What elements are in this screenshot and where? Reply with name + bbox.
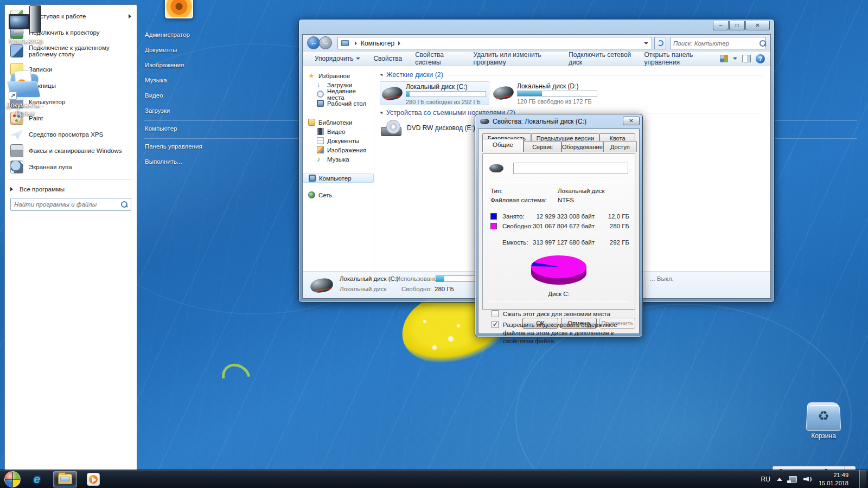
close-button[interactable]: ✕ — [745, 21, 770, 30]
system-properties-button[interactable]: Свойства системы — [409, 49, 467, 68]
desktop-icon-documents[interactable]: ↗ Документы - Ярлык — [0, 69, 50, 118]
startmenu-right-label: Выполнить... — [145, 158, 182, 165]
drive-d-tile[interactable]: Локальный диск (D:) 120 ГБ свободно из 1… — [492, 81, 601, 105]
tab-row-front: Общие Сервис Оборудование Доступ — [482, 141, 635, 152]
forward-icon[interactable]: → — [319, 36, 332, 49]
address-bar[interactable]: Компьютер — [337, 37, 652, 49]
sidebar-item-documents[interactable]: Документы — [303, 136, 374, 145]
open-control-panel-button[interactable]: Открыть панель управления — [637, 49, 720, 68]
startmenu-item-xps-viewer[interactable]: Средство просмотра XPS — [7, 126, 135, 143]
pc-tower — [29, 5, 41, 33]
volume-label-input[interactable] — [513, 163, 628, 174]
collapse-arrow-icon[interactable] — [380, 74, 382, 76]
show-desktop-button[interactable] — [859, 470, 866, 488]
sidebar-label: Сеть — [318, 192, 333, 198]
tray-up-arrow-icon[interactable] — [777, 478, 782, 481]
taskbar-explorer-button[interactable] — [53, 471, 77, 487]
status-drive-name: Локальный диск (C:) — [340, 275, 399, 282]
capacity-bar-fill — [518, 91, 542, 96]
uninstall-program-button[interactable]: Удалить или изменить программу — [467, 49, 562, 68]
start-button[interactable] — [4, 471, 21, 487]
sidebar-item-music[interactable]: ♪Музыка — [303, 155, 374, 164]
download-arrow-icon: ↓ — [317, 81, 324, 88]
free-label: Свободно: — [502, 223, 533, 229]
sidebar-gap — [303, 108, 374, 118]
minimize-button[interactable]: – — [713, 21, 729, 30]
free-size: 280 ГБ — [600, 223, 629, 229]
maximize-button[interactable]: □ — [729, 21, 745, 30]
sidebar-item-favorites[interactable]: ★Избранное — [303, 71, 374, 80]
startmenu-right-label: Видео — [145, 92, 163, 99]
documents-icon — [317, 137, 324, 144]
index-checkbox-row[interactable]: Разрешить индексировать содержимое файло… — [492, 321, 629, 345]
hdd-icon — [492, 85, 514, 101]
group-header-hdd[interactable]: Жесткие диски (2) — [380, 71, 763, 79]
back-icon[interactable]: ← — [307, 36, 320, 49]
recent-places-icon — [317, 91, 324, 98]
sidebar-item-pictures[interactable]: Изображения — [303, 145, 374, 155]
recycle-bin-icon: ♻ — [806, 402, 841, 431]
sidebar-item-video[interactable]: Видео — [303, 127, 374, 136]
music-icon: ♪ — [317, 156, 324, 163]
group-header-label: Жесткие диски (2) — [386, 71, 443, 79]
dvd-drive-item[interactable]: DVD RW дисковод (E:) — [381, 120, 475, 136]
search-input[interactable] — [671, 40, 759, 47]
index-checkbox[interactable] — [492, 321, 499, 328]
startmenu-item-magnifier[interactable]: Экранная лупа — [7, 159, 135, 175]
tab-tools[interactable]: Сервис — [524, 141, 561, 152]
tray-clock[interactable]: 21:49 15.01.2018 — [819, 471, 848, 487]
volume-icon[interactable] — [803, 476, 812, 483]
properties-dialog: Свойства: Локальный диск (C:) ✕ Безопасн… — [475, 114, 643, 337]
taskbar-wmp-button[interactable] — [81, 471, 105, 487]
taskbar: e RU 21:49 15.01.2018 — [0, 470, 868, 488]
preview-pane-icon[interactable] — [742, 55, 751, 62]
compress-checkbox[interactable] — [492, 310, 499, 317]
compress-checkbox-label: Сжать этот диск для экономии места — [503, 310, 610, 318]
views-icon[interactable] — [720, 55, 728, 62]
pc-stand — [14, 30, 24, 34]
desktop-icon-recycle-bin[interactable]: ♻ Корзина — [799, 401, 848, 440]
help-icon[interactable]: ? — [756, 54, 765, 63]
capacity-bar — [406, 91, 486, 97]
address-dropdown-icon[interactable] — [644, 42, 648, 44]
volume-label-row — [489, 163, 628, 174]
views-dropdown-icon[interactable] — [733, 57, 737, 60]
start-search-box[interactable] — [10, 198, 131, 211]
sidebar-item-recent-places[interactable]: Недавние места — [303, 89, 374, 99]
map-network-drive-button[interactable]: Подключить сетевой диск — [562, 49, 637, 68]
tab-general[interactable]: Общие — [482, 139, 524, 152]
breadcrumb-computer[interactable]: Компьютер — [361, 40, 394, 47]
all-programs-arrow-icon — [10, 187, 13, 191]
drive-c-tile[interactable]: Локальный диск (C:) 280 ГБ свободно из 2… — [380, 81, 489, 105]
status-used-fill — [436, 276, 444, 281]
organize-button[interactable]: Упорядочить — [308, 53, 367, 65]
desktop-icon-computer[interactable]: Компьютер — [1, 4, 51, 46]
filesystem-value: NTFS — [558, 197, 574, 203]
dialog-close-button[interactable]: ✕ — [623, 117, 640, 125]
taskbar-ie-button[interactable]: e — [25, 471, 49, 487]
startmenu-right-label: Панель управления — [145, 143, 202, 150]
user-avatar[interactable] — [165, 0, 193, 18]
sidebar-item-computer[interactable]: Компьютер — [303, 174, 374, 183]
search-box[interactable] — [671, 37, 766, 49]
tab-hardware[interactable]: Оборудование — [561, 141, 603, 152]
sidebar-item-network[interactable]: Сеть — [303, 190, 374, 200]
tab-sharing[interactable]: Доступ — [603, 141, 637, 152]
start-search-input[interactable] — [11, 201, 120, 208]
sidebar-item-desktop[interactable]: Рабочий стол — [303, 99, 374, 108]
network-tray-icon[interactable] — [789, 476, 797, 483]
collapse-arrow-icon[interactable] — [380, 112, 382, 114]
language-indicator[interactable]: RU — [761, 476, 770, 483]
sidebar-label: Видео — [327, 129, 346, 135]
refresh-button[interactable] — [654, 37, 666, 49]
startmenu-item-fax-scan[interactable]: Факсы и сканирование Windows — [7, 143, 135, 159]
used-color-swatch — [490, 213, 497, 220]
type-label: Тип: — [490, 188, 502, 194]
properties-button[interactable]: Свойства — [367, 53, 409, 65]
all-programs-button[interactable]: Все программы — [7, 183, 135, 197]
internet-explorer-icon: e — [34, 472, 40, 486]
sidebar-item-libraries[interactable]: Библиотеки — [303, 118, 374, 127]
map-drive-label: Подключить сетевой диск — [569, 51, 631, 66]
refresh-icon — [658, 40, 663, 46]
compress-checkbox-row[interactable]: Сжать этот диск для экономии места — [492, 310, 629, 318]
